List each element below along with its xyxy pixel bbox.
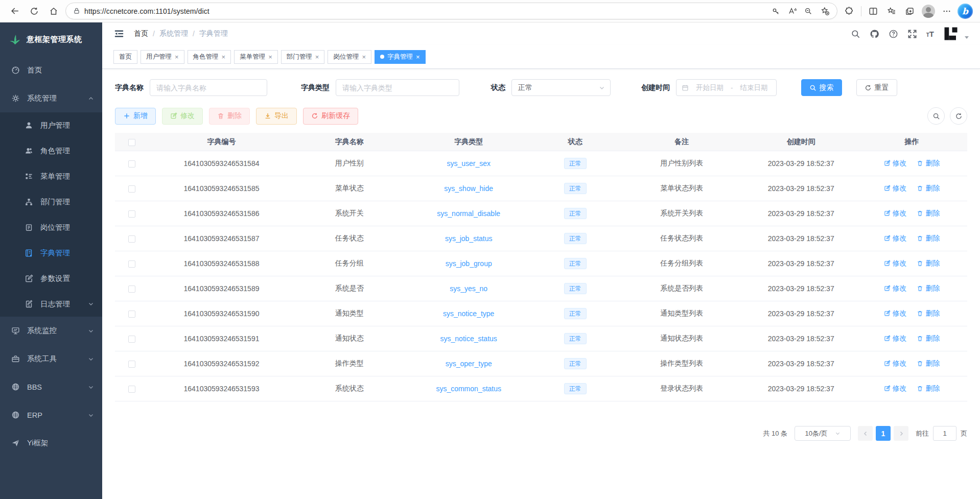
read-aloud-icon[interactable] [785,4,799,18]
view-tab[interactable]: 部门管理 × [281,50,325,64]
refresh-table-button[interactable] [950,107,967,125]
browser-menu-icon[interactable] [939,4,954,19]
tab-close-icon[interactable]: × [362,54,366,60]
export-button[interactable]: 导出 [256,108,297,125]
view-tab[interactable]: 角色管理 × [188,50,231,64]
row-checkbox[interactable] [128,160,135,168]
sidebar-item-system-monitor[interactable]: 系统监控 [0,317,102,345]
url-text[interactable]: https://ccnetcore.com:1101/system/dict [84,7,764,15]
bing-chat-icon[interactable]: b [958,4,973,19]
dict-type-link[interactable]: sys_oper_type [446,360,492,368]
row-edit-button[interactable]: 修改 [884,384,907,393]
split-screen-icon[interactable] [866,4,881,19]
row-edit-button[interactable]: 修改 [884,284,907,293]
row-checkbox[interactable] [128,311,135,318]
dict-type-link[interactable]: sys_common_status [436,385,501,393]
sidebar-item-bbs[interactable]: BBS [0,373,102,401]
row-edit-button[interactable]: 修改 [884,159,907,168]
row-delete-button[interactable]: 删除 [917,284,940,293]
row-edit-button[interactable]: 修改 [884,234,907,243]
row-checkbox[interactable] [128,336,135,343]
extensions-icon[interactable] [842,4,857,19]
dict-type-link[interactable]: sys_yes_no [450,284,487,293]
tab-close-icon[interactable]: × [175,54,179,60]
sidebar-item-menu-mgmt[interactable]: 菜单管理 [0,163,102,189]
tab-close-icon[interactable]: × [222,54,226,60]
select-all-checkbox[interactable] [128,139,135,146]
row-edit-button[interactable]: 修改 [884,184,907,193]
view-tab[interactable]: 岗位管理 × [328,50,371,64]
browser-back-button[interactable] [7,4,22,19]
sidebar-item-system-tools[interactable]: 系统工具 [0,345,102,373]
dict-type-link[interactable]: sys_notice_type [443,310,494,318]
row-delete-button[interactable]: 删除 [917,384,940,393]
sidebar-item-post-mgmt[interactable]: 岗位管理 [0,215,102,240]
profile-avatar[interactable] [921,4,936,19]
row-checkbox[interactable] [128,185,135,193]
row-checkbox[interactable] [128,210,135,218]
sidebar-item-log-mgmt[interactable]: 日志管理 [0,291,102,317]
sidebar-item-home[interactable]: 首页 [0,56,102,84]
dict-name-input[interactable] [150,79,267,96]
sidebar-item-user-mgmt[interactable]: 用户管理 [0,112,102,138]
avatar-caret-icon[interactable] [965,36,969,39]
header-search-icon[interactable] [851,29,860,39]
row-edit-button[interactable]: 修改 [884,259,907,268]
row-checkbox[interactable] [128,235,135,243]
dict-type-link[interactable]: sys_show_hide [444,184,493,193]
sidebar-item-role-mgmt[interactable]: 角色管理 [0,138,102,163]
password-key-icon[interactable] [768,4,783,18]
page-number-button[interactable]: 1 [876,426,891,441]
dict-type-link[interactable]: sys_job_group [446,259,492,268]
tab-close-icon[interactable]: × [416,54,420,60]
toggle-search-button[interactable] [927,107,945,125]
address-bar[interactable]: https://ccnetcore.com:1101/system/dict [65,3,837,19]
user-logo-avatar[interactable] [943,26,959,41]
sidebar-item-yi-framework[interactable]: Yi框架 [0,429,102,457]
row-edit-button[interactable]: 修改 [884,309,907,318]
add-favorite-icon[interactable] [818,4,832,18]
delete-button[interactable]: 删除 [209,108,250,125]
row-delete-button[interactable]: 删除 [917,234,940,243]
sidebar-item-dept-mgmt[interactable]: 部门管理 [0,189,102,215]
refresh-cache-button[interactable]: 刷新缓存 [303,108,358,125]
view-tab[interactable]: 字典管理 × [375,50,426,64]
fullscreen-icon[interactable] [907,29,917,39]
row-checkbox[interactable] [128,286,135,293]
date-range-picker[interactable]: 开始日期 - 结束日期 [676,79,777,96]
sidebar-item-erp[interactable]: ERP [0,401,102,429]
github-icon[interactable] [870,29,879,39]
prev-page-button[interactable] [858,426,873,441]
row-checkbox[interactable] [128,260,135,268]
row-edit-button[interactable]: 修改 [884,209,907,218]
date-end-placeholder[interactable]: 结束日期 [737,83,771,92]
dict-type-input[interactable] [336,79,459,96]
sidebar-item-system-mgmt[interactable]: 系统管理 [0,84,102,112]
row-checkbox[interactable] [128,361,135,368]
dict-type-link[interactable]: sys_job_status [445,234,493,243]
search-button[interactable]: 搜索 [801,79,842,96]
favorites-bar-icon[interactable] [884,4,899,19]
page-size-select[interactable]: 10条/页 [795,426,851,441]
status-select[interactable]: 正常 [511,79,611,96]
reset-button[interactable]: 重置 [856,79,897,96]
date-start-placeholder[interactable]: 开始日期 [693,83,727,92]
row-delete-button[interactable]: 删除 [917,309,940,318]
tab-close-icon[interactable]: × [315,54,319,60]
view-tab[interactable]: 菜单管理 × [234,50,278,64]
sidebar-collapse-icon[interactable] [113,28,125,39]
zoom-out-icon[interactable] [801,4,815,18]
tab-close-icon[interactable]: × [268,54,272,60]
sidebar-item-dict-mgmt[interactable]: 字典管理 [0,240,102,266]
breadcrumb-home[interactable]: 首页 [134,29,148,38]
next-page-button[interactable] [894,426,908,441]
dict-type-link[interactable]: sys_notice_status [440,335,497,343]
row-delete-button[interactable]: 删除 [917,184,940,193]
browser-home-button[interactable] [46,4,61,19]
row-delete-button[interactable]: 删除 [917,259,940,268]
row-edit-button[interactable]: 修改 [884,334,907,343]
edit-button[interactable]: 修改 [162,108,203,125]
dict-type-link[interactable]: sys_user_sex [447,159,491,168]
row-delete-button[interactable]: 删除 [917,334,940,343]
help-icon[interactable] [889,29,898,39]
